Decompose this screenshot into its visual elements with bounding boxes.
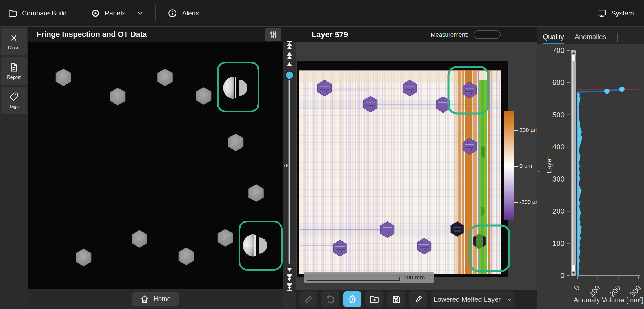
layer-panel-title: Layer 579 [312, 30, 348, 39]
tab-divider [617, 33, 618, 42]
monitor-icon [597, 8, 607, 18]
scale-bar-bracket [307, 277, 400, 281]
svg-text:700: 700 [552, 46, 565, 55]
report-button[interactable]: Report [1, 57, 27, 85]
chevron-down-icon [137, 10, 143, 16]
svg-text:400: 400 [552, 143, 565, 151]
close-button[interactable]: Close [1, 28, 27, 55]
anomaly-marker[interactable] [604, 89, 610, 94]
compare-build-button[interactable]: Compare Build [0, 0, 79, 27]
eye-icon [91, 8, 100, 18]
splitter-handle-icon[interactable] [284, 164, 288, 167]
svg-text:0: 0 [561, 271, 565, 280]
system-button[interactable]: System [585, 0, 644, 27]
panels-button[interactable]: Panels [79, 0, 155, 27]
home-button[interactable]: Home [132, 292, 179, 306]
svg-text:200: 200 [552, 207, 565, 215]
layer-slider-column [283, 27, 296, 309]
ot-toolbar: Lowered Melted Layer [296, 290, 537, 309]
compare-build-label: Compare Build [22, 9, 67, 17]
fringe-image [28, 42, 283, 289]
tab-quality[interactable]: Quality [543, 27, 564, 44]
visibility-icon [347, 294, 357, 304]
undo-icon [325, 294, 336, 304]
double-down-icon[interactable] [287, 274, 292, 281]
visibility-tool-button[interactable] [343, 291, 361, 307]
chevron-down-icon [507, 297, 512, 302]
svg-text:600: 600 [552, 78, 565, 87]
tags-label: Tags [9, 104, 19, 109]
quality-chart-area: 0100200300400500600700Layer0100200300Ano… [537, 44, 644, 309]
svg-text:500: 500 [552, 111, 565, 119]
skip-top-icon[interactable] [287, 41, 292, 49]
left-sidebar: Close Report Tags [0, 27, 28, 309]
system-label: System [611, 9, 634, 17]
quality-chart: 0100200300400500600700Layer0100200300Ano… [537, 44, 644, 308]
up-icon[interactable] [287, 62, 292, 66]
panels-label: Panels [105, 9, 125, 17]
undo-tool-button[interactable] [321, 291, 339, 307]
ot-map-viewport: 200 µm 0 µm -200 µm 100 mm [296, 42, 537, 290]
measurement-input[interactable] [474, 30, 501, 39]
fringe-panel-title: Fringe Inspection and OT Data [37, 30, 147, 39]
ot-scan-image [296, 42, 537, 290]
folder-icon [8, 8, 17, 18]
layer-slider [283, 27, 296, 309]
ruler-icon [303, 294, 314, 304]
chart-xlabel: Anomaly Volume [mm³] [574, 296, 643, 304]
anomaly-marker[interactable] [619, 87, 625, 92]
layer-range-scrollbar[interactable] [571, 50, 576, 276]
filter-sliders-icon [268, 30, 278, 40]
skip-bottom-icon[interactable] [287, 283, 292, 291]
report-label: Report [7, 75, 21, 80]
tags-button[interactable]: Tags [1, 87, 27, 114]
svg-text:100: 100 [552, 239, 565, 248]
report-icon [9, 62, 19, 72]
quality-panel: ◄ Quality Anomalies 01002003004005006007… [537, 27, 644, 309]
folder-add-icon [369, 294, 379, 304]
alerts-button[interactable]: Alerts [156, 0, 211, 27]
close-label: Close [8, 45, 20, 50]
color-mode-value: Lowered Melted Layer [434, 295, 501, 303]
home-icon [140, 295, 149, 304]
svg-text:0: 0 [572, 284, 581, 292]
color-mode-dropdown[interactable]: Lowered Melted Layer [431, 291, 515, 307]
topbar: Compare Build Panels Alerts [0, 0, 644, 27]
fringe-settings-button[interactable] [265, 28, 281, 41]
anomaly-volume-profile [577, 92, 582, 276]
measurement-label: Measurement: [431, 31, 468, 38]
ruler-tool-button[interactable] [299, 291, 317, 307]
measure-pen-icon [413, 294, 423, 304]
layer-panel-header: Layer 579 Measurement: [296, 27, 537, 42]
application-window: Compare Build Panels Alerts [0, 0, 644, 309]
scale-bar-label: 100 mm [403, 274, 425, 281]
fringe-panel: Fringe Inspection and OT Data [28, 27, 283, 309]
fringe-image-viewport [28, 42, 283, 289]
chart-ylabel: Layer [545, 156, 553, 173]
tags-icon [9, 91, 19, 102]
down-icon[interactable] [287, 268, 292, 272]
layer-panel: Layer 579 Measurement: [296, 27, 537, 309]
alerts-label: Alerts [182, 9, 199, 17]
fringe-panel-header: Fringe Inspection and OT Data [28, 27, 283, 42]
layer-slider-thumb[interactable] [286, 71, 294, 79]
info-icon [167, 8, 177, 18]
tab-anomalies[interactable]: Anomalies [575, 27, 606, 44]
scale-bar: 100 mm [304, 272, 434, 283]
home-label: Home [154, 295, 171, 303]
measure-pen-tool-button[interactable] [409, 291, 427, 307]
add-to-folder-tool-button[interactable] [365, 291, 383, 307]
double-up-icon[interactable] [287, 52, 292, 59]
measurement-group: Measurement: [431, 30, 501, 39]
save-tool-button[interactable] [387, 291, 405, 307]
right-panel-tabs: Quality Anomalies [537, 27, 644, 44]
svg-text:300: 300 [552, 175, 565, 183]
close-icon [9, 33, 19, 43]
save-icon [391, 294, 401, 304]
fringe-bottom-bar: Home [28, 289, 283, 309]
